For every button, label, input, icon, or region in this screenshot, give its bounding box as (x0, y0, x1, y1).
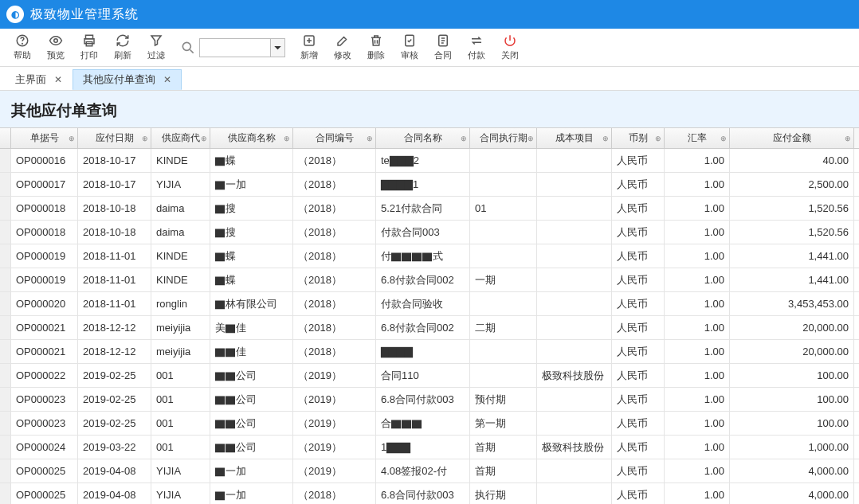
cell-contract-code: （2018） (293, 173, 376, 196)
pin-icon[interactable]: ⊕ (367, 135, 373, 143)
col-header[interactable]: 合同编号⊕ (293, 128, 376, 148)
table-row[interactable]: OP0000172018-10-17YIJIA▇一加（2018）▇▇▇▇1人民币… (0, 173, 859, 197)
row-gutter (0, 436, 11, 459)
cell-currency: 人民币 (612, 149, 665, 172)
cell-cost-item (537, 221, 612, 244)
table-row[interactable]: OP0000212018-12-12meiyijia美▇佳（2018）6.8付款… (0, 316, 859, 340)
tab-main[interactable]: 主界面✕ (5, 69, 73, 90)
table-row[interactable]: OP0000182018-10-18daima▇搜（2018）付款合同003人民… (0, 221, 859, 244)
col-header[interactable]: 合同名称⊕ (376, 128, 470, 148)
pin-icon[interactable]: ⊕ (655, 135, 661, 143)
cell-date: 2018-10-18 (78, 221, 151, 244)
contract-button[interactable]: 合同 (427, 31, 459, 64)
col-header[interactable]: 汇率⊕ (665, 128, 730, 148)
cell-currency: 人民币 (612, 436, 665, 459)
refresh-icon (116, 33, 130, 48)
print-button[interactable]: 打印 (73, 31, 105, 64)
row-gutter (0, 316, 11, 339)
pin-icon[interactable]: ⊕ (284, 135, 290, 143)
table-row[interactable]: OP0000202018-11-01ronglin▇林有限公司（2018）付款合… (0, 292, 859, 316)
col-header[interactable]: 应付金额⊕ (730, 128, 854, 148)
audit-button[interactable]: 审核 (394, 31, 426, 64)
table-row[interactable]: OP0000212018-12-12meiyijia▇▇佳（2018）▇▇▇▇人… (0, 340, 859, 364)
cell-cost-item (537, 316, 612, 339)
check-doc-icon (402, 33, 417, 48)
cell-cost-item (537, 459, 612, 483)
cell-date: 2018-10-17 (78, 173, 151, 196)
cell-supplier-code: 001 (151, 388, 210, 411)
close-button[interactable]: 关闭 (494, 31, 526, 64)
tab-close-icon[interactable]: ✕ (54, 74, 62, 85)
col-header[interactable]: 应付日期⊕ (78, 128, 151, 148)
cell-supplier-name: ▇▇公司 (210, 388, 293, 411)
cell-rate: 1.00 (665, 221, 730, 244)
col-header[interactable]: 合同执行期⊕ (470, 128, 537, 148)
col-header[interactable]: 币别⊕ (612, 128, 665, 148)
cell-supplier-name: ▇一加 (210, 173, 293, 196)
cell-date: 2019-02-25 (78, 388, 151, 411)
cell-cost-item (537, 149, 612, 172)
cell-date: 2018-11-01 (78, 268, 151, 291)
preview-button[interactable]: 预览 (40, 31, 72, 64)
cell-amount: 1,441.00 (730, 244, 854, 268)
cell-bill-no: OP000017 (11, 173, 78, 196)
cell-rate: 1.00 (665, 149, 730, 172)
cell-date: 2019-02-25 (78, 412, 151, 435)
row-gutter (0, 292, 11, 315)
pin-icon[interactable]: ⊕ (528, 135, 534, 143)
col-header[interactable]: 成本项目⊕ (537, 128, 612, 148)
edit-icon (335, 33, 350, 48)
cell-contract-name: ▇▇▇▇1 (376, 173, 470, 196)
filter-button[interactable]: 过滤 (140, 31, 172, 64)
delete-button[interactable]: 删除 (360, 31, 392, 64)
cell-supplier-name: ▇一加 (210, 459, 293, 483)
trash-icon (369, 33, 383, 48)
table-row[interactable]: OP0000162018-10-17KINDE▇蝶（2018）te▇▇▇2人民币… (0, 149, 859, 173)
table-row[interactable]: OP0000242019-03-22001▇▇公司（2019）1▇▇▇首期极致科… (0, 436, 859, 459)
cell-cost-item (537, 173, 612, 196)
cell-contract-name: ▇▇▇▇ (376, 340, 470, 363)
table-row[interactable]: OP0000252019-04-08YIJIA▇一加（2018）6.8合同付款0… (0, 483, 859, 504)
search-input[interactable] (199, 38, 271, 57)
tab-close-icon[interactable]: ✕ (163, 74, 171, 85)
page-title: 其他应付单查询 (11, 100, 848, 121)
cell-supplier-name: ▇一加 (210, 483, 293, 504)
svg-point-2 (54, 39, 58, 43)
table-row[interactable]: OP0000232019-02-25001▇▇公司（2019）合▇▇▇第一期人民… (0, 412, 859, 436)
pin-icon[interactable]: ⊕ (602, 135, 609, 143)
col-header[interactable]: 供应商名称⊕ (210, 128, 293, 148)
app-logo-icon: ◐ (6, 6, 24, 23)
table-row[interactable]: OP0000222019-02-25001▇▇公司（2019）合同110极致科技… (0, 364, 859, 388)
cell-supplier-code: KINDE (151, 268, 210, 291)
cell-bill-no: OP000025 (11, 483, 78, 504)
cell-cost-item (537, 412, 612, 435)
cell-date: 2018-12-12 (78, 316, 151, 339)
cell-supplier-code: YIJIA (151, 173, 210, 196)
tab-query[interactable]: 其他应付单查询✕ (73, 69, 182, 90)
cell-amount: 3,453,453.00 (730, 292, 854, 315)
cell-supplier-name: ▇搜 (210, 221, 293, 244)
table-row[interactable]: OP0000252019-04-08YIJIA▇一加（2019）4.08签报02… (0, 459, 859, 483)
pin-icon[interactable]: ⊕ (142, 135, 148, 143)
refresh-button[interactable]: 刷新 (107, 31, 139, 64)
pin-icon[interactable]: ⊕ (461, 135, 467, 143)
pin-icon[interactable]: ⊕ (845, 135, 851, 143)
col-header[interactable]: 供应商代⊕ (151, 128, 210, 148)
cell-contract-code: （2019） (293, 388, 376, 411)
table-row[interactable]: OP0000182018-10-18daima▇搜（2018）5.21付款合同0… (0, 197, 859, 221)
col-header[interactable]: 单据号⊕ (11, 128, 78, 148)
pin-icon[interactable]: ⊕ (720, 135, 727, 143)
add-button[interactable]: 新增 (293, 31, 325, 64)
pin-icon[interactable]: ⊕ (201, 135, 207, 143)
pin-icon[interactable]: ⊕ (69, 135, 75, 143)
edit-button[interactable]: 修改 (327, 31, 359, 64)
cell-contract-code: （2018） (293, 292, 376, 315)
table-row[interactable]: OP0000232019-02-25001▇▇公司（2019）6.8合同付款00… (0, 388, 859, 412)
cell-amount: 20,000.00 (730, 340, 854, 363)
pay-button[interactable]: 付款 (461, 31, 492, 64)
help-button[interactable]: 帮助 (6, 31, 38, 64)
table-row[interactable]: OP0000192018-11-01KINDE▇蝶（2018）付▇▇▇▇式人民币… (0, 244, 859, 268)
cell-amount: 1,441.00 (730, 268, 854, 291)
search-dropdown[interactable] (271, 38, 285, 57)
table-row[interactable]: OP0000192018-11-01KINDE▇蝶（2018）6.8付款合同00… (0, 268, 859, 292)
